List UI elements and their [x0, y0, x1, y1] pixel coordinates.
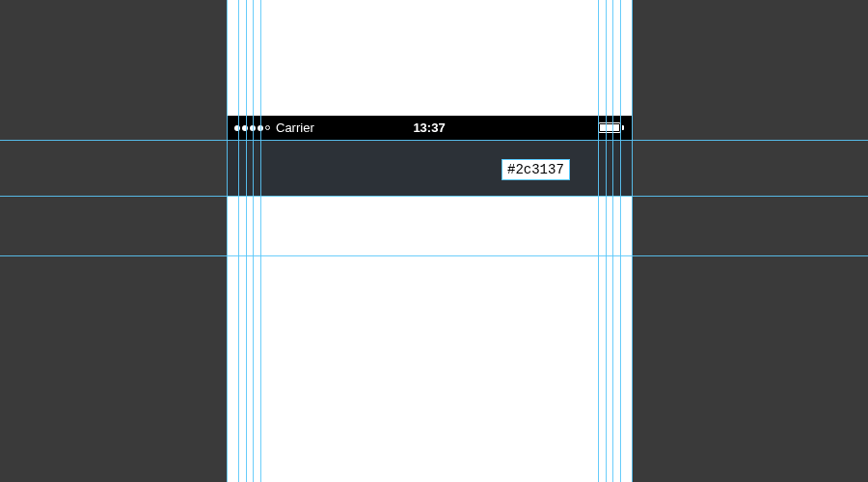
guide-vertical[interactable] — [253, 0, 254, 482]
content-area[interactable] — [227, 196, 632, 482]
guide-vertical[interactable] — [227, 0, 228, 482]
guide-horizontal[interactable] — [0, 140, 868, 141]
guide-vertical[interactable] — [620, 0, 621, 482]
guide-vertical[interactable] — [598, 0, 599, 482]
device-screen: Carrier 13:37 — [227, 0, 632, 482]
guide-vertical[interactable] — [632, 0, 633, 482]
device-frame: Carrier 13:37 — [227, 0, 632, 482]
navigation-bar[interactable] — [227, 140, 632, 196]
status-bar: Carrier 13:37 — [227, 116, 632, 140]
guide-horizontal[interactable] — [0, 255, 868, 256]
guide-vertical[interactable] — [238, 0, 239, 482]
screen-area-above-statusbar — [227, 0, 632, 116]
guide-vertical[interactable] — [612, 0, 613, 482]
guide-vertical[interactable] — [606, 0, 607, 482]
guide-vertical[interactable] — [260, 0, 261, 482]
status-time: 13:37 — [227, 120, 632, 135]
color-annotation-label[interactable]: #2c3137 — [502, 159, 570, 180]
guide-horizontal[interactable] — [0, 196, 868, 197]
guide-vertical[interactable] — [246, 0, 247, 482]
design-canvas[interactable]: Carrier 13:37 #2c3137 — [0, 0, 868, 482]
